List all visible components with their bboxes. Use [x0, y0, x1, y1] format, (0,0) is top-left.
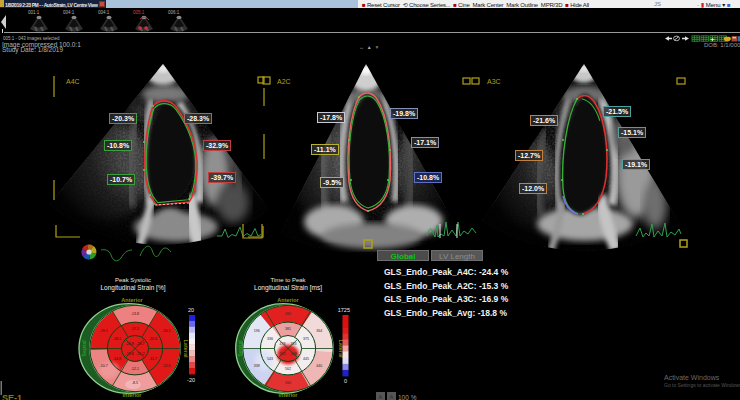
svg-text:260: 260 [285, 312, 291, 316]
svg-text:A3C: A3C [487, 78, 501, 85]
svg-text:A2C: A2C [277, 78, 291, 85]
svg-text:336: 336 [267, 337, 273, 341]
svg-text:-18.1: -18.1 [113, 337, 121, 341]
svg-text:A: A [379, 394, 383, 400]
svg-text:196: 196 [254, 329, 260, 333]
svg-text:-8.5: -8.5 [132, 381, 138, 385]
svg-text:A4C: A4C [66, 78, 80, 85]
svg-text:-12.1: -12.1 [131, 367, 139, 371]
svg-text:SE-1: SE-1 [2, 393, 22, 400]
svg-text:440: 440 [316, 364, 322, 368]
svg-text:100 %: 100 % [398, 394, 417, 400]
svg-text:445: 445 [303, 357, 309, 361]
svg-text:0: 0 [344, 378, 347, 384]
svg-text:364: 364 [316, 329, 322, 333]
svg-text:-14.8: -14.8 [113, 357, 121, 361]
svg-text:-12.5: -12.5 [162, 364, 170, 368]
svg-text:-19.8: -19.8 [125, 352, 133, 356]
svg-text:-21.2: -21.2 [136, 352, 144, 356]
svg-text:-10.7: -10.7 [100, 364, 108, 368]
svg-text:-24.8: -24.8 [125, 342, 133, 346]
svg-text:381: 381 [285, 327, 291, 331]
svg-text:Septal: Septal [237, 340, 243, 357]
svg-text:-20: -20 [187, 377, 195, 383]
svg-text:-20.3: -20.3 [149, 337, 157, 341]
svg-text:Activate Windows: Activate Windows [664, 374, 720, 381]
svg-text:A: A [390, 394, 394, 400]
svg-text:375: 375 [303, 337, 309, 341]
svg-text:Longitudinal Strain [%]: Longitudinal Strain [%] [100, 284, 165, 292]
svg-text:-20.1: -20.1 [162, 329, 170, 333]
svg-text:Peak Systolic: Peak Systolic [115, 277, 151, 283]
svg-text:Go to Settings to activate Win: Go to Settings to activate Windows. [664, 382, 740, 388]
svg-text:Inferior: Inferior [279, 392, 299, 398]
svg-text:383: 383 [290, 342, 296, 346]
svg-text:560: 560 [285, 381, 291, 385]
svg-text:-13.8: -13.8 [131, 312, 139, 316]
svg-text:478: 478 [280, 342, 286, 346]
svg-text:338: 338 [254, 364, 260, 368]
svg-text:Anterior: Anterior [121, 297, 143, 303]
svg-text:1725: 1725 [338, 307, 350, 313]
svg-text:Septal: Septal [81, 340, 87, 357]
svg-text:Time to Peak: Time to Peak [270, 277, 306, 283]
svg-text:Longitudinal Strain [ms]: Longitudinal Strain [ms] [254, 284, 322, 292]
svg-text:-11.7: -11.7 [149, 357, 157, 361]
svg-text:543: 543 [267, 357, 273, 361]
svg-text:Lateral: Lateral [183, 339, 189, 358]
svg-text:-17.1: -17.1 [131, 327, 139, 331]
svg-text:-19.1: -19.1 [100, 329, 108, 333]
svg-text:448: 448 [290, 352, 296, 356]
svg-text:-20.7: -20.7 [136, 342, 144, 346]
svg-text:703: 703 [280, 352, 286, 356]
svg-text:Inferior: Inferior [123, 392, 143, 398]
svg-text:Anterior: Anterior [277, 297, 299, 303]
svg-text:562: 562 [285, 367, 291, 371]
svg-text:20: 20 [188, 307, 194, 313]
